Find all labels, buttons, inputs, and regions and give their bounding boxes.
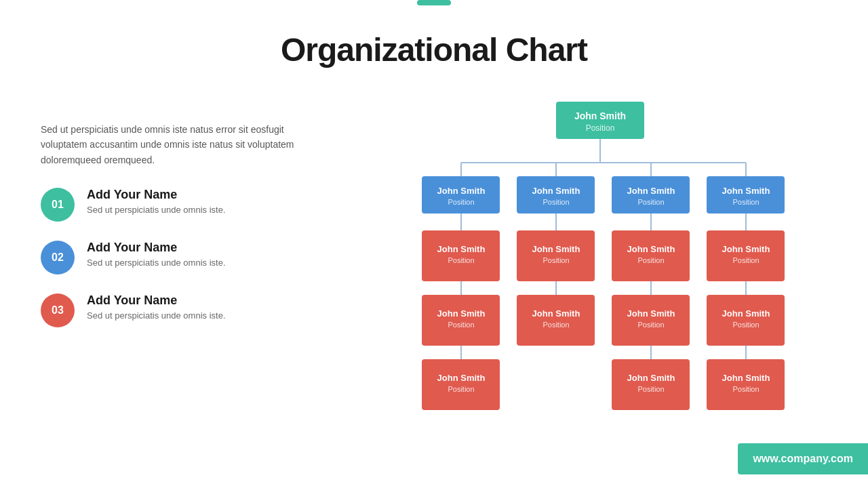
svg-text:John Smith: John Smith — [627, 186, 675, 196]
svg-text:John Smith: John Smith — [722, 244, 770, 254]
svg-text:John Smith: John Smith — [627, 244, 675, 254]
svg-text:Position: Position — [637, 256, 664, 264]
root-pos: Position — [586, 123, 615, 133]
svg-text:Position: Position — [732, 198, 759, 206]
svg-text:John Smith: John Smith — [437, 373, 486, 383]
item-desc-3: Sed ut perspiciatis unde omnis iste. — [87, 310, 226, 321]
svg-text:Position: Position — [637, 321, 664, 329]
svg-text:Position: Position — [732, 256, 759, 264]
item-title-3: Add Your Name — [87, 293, 226, 308]
svg-text:Position: Position — [448, 385, 474, 393]
svg-text:Position: Position — [542, 256, 569, 264]
svg-text:John Smith: John Smith — [532, 186, 580, 196]
svg-text:Position: Position — [448, 256, 474, 264]
svg-text:John Smith: John Smith — [627, 308, 675, 319]
number-circle-1: 01 — [41, 188, 75, 222]
page-title: Organizational Chart — [0, 11, 868, 68]
left-section: Sed ut perspiciatis unde omnis iste natu… — [41, 122, 332, 346]
svg-text:Position: Position — [542, 321, 569, 329]
description-text: Sed ut perspiciatis unde omnis iste natu… — [41, 122, 332, 167]
svg-text:Position: Position — [637, 198, 664, 206]
number-circle-2: 02 — [41, 241, 75, 274]
svg-text:Position: Position — [448, 321, 474, 329]
item-title-1: Add Your Name — [87, 188, 226, 202]
svg-text:John Smith: John Smith — [532, 244, 580, 254]
item-content-1: Add Your Name Sed ut perspiciatis unde o… — [87, 188, 226, 215]
numbered-item-2: 02 Add Your Name Sed ut perspiciatis und… — [41, 241, 332, 274]
numbered-item-3: 03 Add Your Name Sed ut perspiciatis und… — [41, 293, 332, 327]
root-name: John Smith — [574, 110, 626, 121]
item-content-2: Add Your Name Sed ut perspiciatis unde o… — [87, 241, 226, 268]
top-accent-bar — [417, 0, 451, 5]
svg-text:John Smith: John Smith — [627, 373, 675, 383]
website-badge[interactable]: www.company.com — [738, 443, 868, 474]
org-chart-container: .conn { stroke: #a0bcd8; stroke-width: 2… — [346, 88, 861, 441]
svg-text:John Smith: John Smith — [722, 186, 770, 196]
number-label-1: 01 — [52, 199, 64, 211]
svg-text:John Smith: John Smith — [437, 186, 486, 196]
svg-text:John Smith: John Smith — [437, 308, 486, 319]
svg-text:Position: Position — [448, 198, 474, 206]
numbered-item-1: 01 Add Your Name Sed ut perspiciatis und… — [41, 188, 332, 222]
org-chart-svg: .conn { stroke: #a0bcd8; stroke-width: 2… — [346, 88, 861, 441]
item-desc-1: Sed ut perspiciatis unde omnis iste. — [87, 205, 226, 215]
number-circle-3: 03 — [41, 293, 75, 327]
svg-text:Position: Position — [732, 385, 759, 393]
svg-text:Position: Position — [637, 385, 664, 393]
svg-text:Position: Position — [732, 321, 759, 329]
item-title-2: Add Your Name — [87, 241, 226, 255]
svg-text:John Smith: John Smith — [437, 244, 486, 254]
number-label-2: 02 — [52, 251, 64, 264]
item-desc-2: Sed ut perspiciatis unde omnis iste. — [87, 258, 226, 268]
svg-text:John Smith: John Smith — [722, 373, 770, 383]
svg-text:John Smith: John Smith — [722, 308, 770, 319]
svg-text:Position: Position — [542, 198, 569, 206]
svg-text:John Smith: John Smith — [532, 308, 580, 319]
item-content-3: Add Your Name Sed ut perspiciatis unde o… — [87, 293, 226, 321]
number-label-3: 03 — [52, 304, 64, 317]
